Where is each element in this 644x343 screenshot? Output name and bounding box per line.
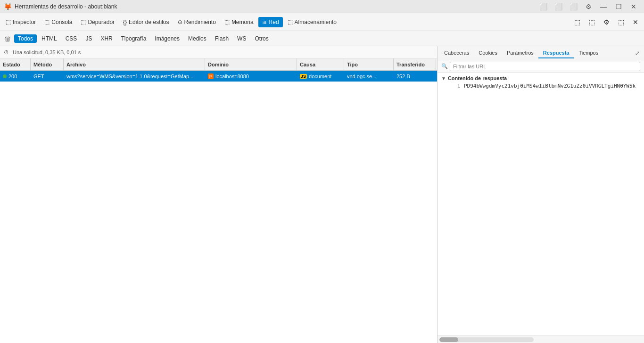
memory-tab[interactable]: ⬚ Memoria (221, 17, 257, 27)
line-text: PD94bWwgdmVyc21vbj0iMS4wIiBlbmNvZG1uZz0i… (464, 83, 636, 89)
js-badge: JS (300, 74, 307, 79)
filter-xhr[interactable]: XHR (97, 34, 116, 43)
devtools-settings-button[interactable]: ⚙ (582, 0, 595, 13)
memory-label: Memoria (231, 19, 254, 25)
network-requests-list: 200 GET wms?service=WMS&version=1.1.0&re… (0, 71, 437, 343)
timer-icon: ⏱ (4, 49, 9, 55)
filter-css[interactable]: CSS (62, 34, 81, 43)
debugger-tab[interactable]: ⬚ Depurador (77, 17, 118, 27)
network-stats-text: Una solicitud, 0,35 KB, 0,01 s (13, 49, 81, 55)
horizontal-scrollbar[interactable] (438, 335, 644, 343)
main-toolbar: ⬚ Inspector ⬚ Consola ⬚ Depurador {} Edi… (0, 13, 644, 31)
response-section: ▼ Contenido de respuesta 1 PD94bWwgdmVyc… (438, 73, 644, 92)
filter-fonts[interactable]: Tipografía (117, 34, 150, 43)
console-label: Consola (51, 19, 72, 25)
separate-window-button[interactable]: ⬜ (567, 0, 580, 13)
inspector-label: Inspector (13, 19, 36, 25)
console-tab[interactable]: ⬚ Consola (41, 17, 76, 27)
right-panel-tabs: Cabeceras Cookies Parámetros Respuesta T… (438, 46, 644, 60)
cell-tipo: vnd.ogc.se... (344, 71, 394, 82)
filter-js[interactable]: JS (82, 34, 96, 43)
pick-element-button[interactable]: ⬚ (585, 16, 599, 28)
col-header-estado: Estado (0, 58, 31, 70)
table-header: Estado Método Archivo Dominio Causa Tipo… (0, 58, 437, 71)
cell-transferido: 252 B (394, 71, 436, 82)
storage-tab[interactable]: ⬚ Almacenamiento (284, 17, 340, 27)
firefox-icon: 🦊 (4, 3, 12, 10)
line-number: 1 (451, 83, 460, 89)
tab-cookies[interactable]: Cookies (474, 48, 502, 58)
network-icon: ≋ (262, 19, 267, 25)
filter-label: 🔍 (441, 63, 448, 69)
inspector-icon: ⬚ (6, 19, 11, 25)
titlebar-left: 🦊 Herramientas de desarrollo - about:bla… (4, 3, 117, 10)
performance-label: Rendimiento (184, 19, 216, 25)
styles-label: Editor de estilos (129, 19, 169, 25)
restore-button[interactable]: ❐ (612, 0, 625, 13)
filter-media[interactable]: Medios (184, 34, 210, 43)
network-filter-bar: 🗑 Todos HTML CSS JS XHR Tipografía Imáge… (0, 31, 644, 46)
cell-dominio: js localhost:8080 (205, 71, 297, 82)
network-stats-bar: ⏱ Una solicitud, 0,35 KB, 0,01 s (0, 46, 437, 58)
storage-label: Almacenamiento (295, 19, 337, 25)
responsive-design-button[interactable]: ⬚ (570, 16, 584, 28)
collapse-triangle-icon: ▼ (441, 76, 446, 81)
filter-other[interactable]: Otros (251, 34, 272, 43)
filter-flash[interactable]: Flash (211, 34, 232, 43)
col-header-causa: Causa (297, 58, 344, 70)
storage-icon: ⬚ (288, 19, 293, 25)
console-icon: ⬚ (44, 19, 50, 25)
clear-requests-button[interactable]: 🗑 (2, 33, 13, 44)
response-section-header[interactable]: ▼ Contenido de respuesta (441, 75, 640, 81)
network-label: Red (269, 19, 279, 25)
fullscreen-button[interactable]: ⬚ (614, 16, 628, 28)
filter-url-input[interactable] (450, 62, 640, 71)
dock-bottom-button[interactable]: ⬜ (552, 0, 565, 13)
expand-panel-button[interactable]: ⤢ (633, 49, 642, 58)
status-indicator (3, 74, 7, 78)
scrollbar-thumb[interactable] (439, 337, 458, 342)
filter-images[interactable]: Imágenes (151, 34, 183, 43)
network-tab[interactable]: ≋ Red (258, 17, 283, 27)
table-row[interactable]: 200 GET wms?service=WMS&version=1.1.0&re… (0, 71, 437, 82)
tab-cabeceras[interactable]: Cabeceras (439, 48, 474, 58)
col-header-dominio: Dominio (205, 58, 297, 70)
performance-icon: ⊙ (178, 19, 182, 25)
debugger-label: Depurador (88, 19, 115, 25)
network-panel: ⏱ Una solicitud, 0,35 KB, 0,01 s Estado … (0, 46, 438, 343)
settings-button[interactable]: ⚙ (600, 16, 613, 28)
favicon-icon: js (208, 74, 214, 79)
col-header-archivo: Archivo (64, 58, 205, 70)
response-line: 1 PD94bWwgdmVyc21vbj0iMS4wIiBlbmNvZG1uZz… (451, 83, 640, 89)
performance-tab[interactable]: ⊙ Rendimiento (174, 17, 220, 27)
tab-tiempos[interactable]: Tiempos (574, 48, 603, 58)
domain-text: localhost:8080 (215, 74, 249, 79)
window-title: Herramientas de desarrollo - about:blank (15, 3, 117, 10)
url-filter-bar: 🔍 (438, 60, 644, 73)
tab-respuesta[interactable]: Respuesta (538, 48, 574, 58)
close-devtools-button[interactable]: ✕ (629, 16, 642, 28)
filter-html[interactable]: HTML (38, 34, 61, 43)
titlebar-controls: ⬜ ⬜ ⬜ ⚙ — ❐ ✕ (537, 0, 640, 13)
memory-icon: ⬚ (224, 19, 230, 25)
status-code: 200 (8, 74, 17, 79)
filter-ws[interactable]: WS (233, 34, 250, 43)
titlebar: 🦊 Herramientas de desarrollo - about:bla… (0, 0, 644, 13)
col-header-transferido: Transferido (394, 58, 436, 70)
close-button[interactable]: ✕ (627, 0, 640, 13)
response-body: 1 PD94bWwgdmVyc21vbj0iMS4wIiBlbmNvZG1uZz… (441, 83, 640, 89)
right-panel: Cabeceras Cookies Parámetros Respuesta T… (438, 46, 644, 343)
response-section-label: Contenido de respuesta (448, 75, 507, 81)
causa-text: document (309, 74, 331, 79)
debugger-icon: ⬚ (81, 19, 86, 25)
cell-archivo: wms?service=WMS&version=1.1.0&request=Ge… (64, 71, 205, 82)
filter-all[interactable]: Todos (14, 34, 37, 43)
dock-sidebar-button[interactable]: ⬜ (537, 0, 550, 13)
styles-tab[interactable]: {} Editor de estilos (119, 17, 173, 27)
tab-parametros[interactable]: Parámetros (502, 48, 538, 58)
col-header-metodo: Método (31, 58, 64, 70)
inspector-tab[interactable]: ⬚ Inspector (2, 17, 40, 27)
col-header-tipo: Tipo (344, 58, 394, 70)
minimize-button[interactable]: — (597, 0, 610, 13)
styles-icon: {} (123, 19, 127, 25)
